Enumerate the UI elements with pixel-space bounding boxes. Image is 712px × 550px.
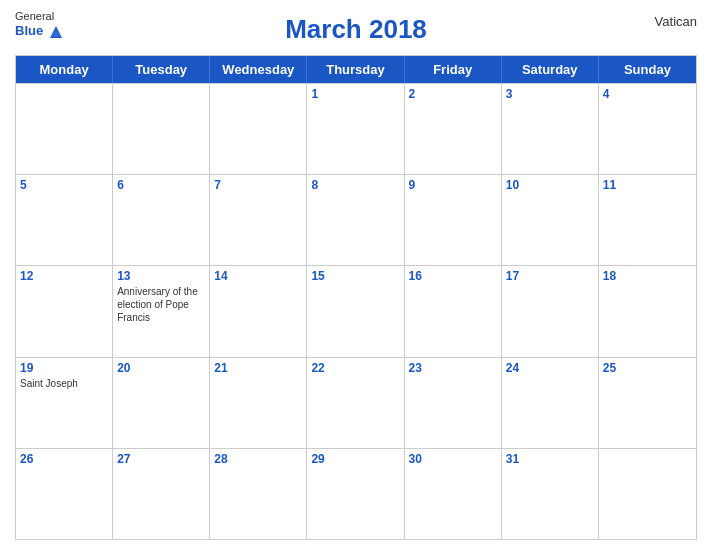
day-headers: MondayTuesdayWednesdayThursdayFridaySatu… — [16, 56, 696, 83]
day-cell: 2 — [405, 84, 502, 174]
day-number: 12 — [20, 269, 108, 283]
day-cell: 25 — [599, 358, 696, 448]
day-cell: 5 — [16, 175, 113, 265]
day-number: 18 — [603, 269, 692, 283]
week-row-5: 262728293031 — [16, 448, 696, 539]
day-cell: 10 — [502, 175, 599, 265]
day-cell — [16, 84, 113, 174]
day-cell — [599, 449, 696, 539]
day-cell: 8 — [307, 175, 404, 265]
day-number: 4 — [603, 87, 692, 101]
day-cell: 14 — [210, 266, 307, 356]
week-row-4: 19Saint Joseph202122232425 — [16, 357, 696, 448]
day-cell: 26 — [16, 449, 113, 539]
logo-blue-text: Blue — [15, 23, 64, 40]
day-cell — [210, 84, 307, 174]
day-number: 11 — [603, 178, 692, 192]
day-header-thursday: Thursday — [307, 56, 404, 83]
day-cell: 31 — [502, 449, 599, 539]
day-cell: 22 — [307, 358, 404, 448]
day-cell: 11 — [599, 175, 696, 265]
day-number: 24 — [506, 361, 594, 375]
day-number: 20 — [117, 361, 205, 375]
day-event: Saint Joseph — [20, 377, 108, 390]
day-header-tuesday: Tuesday — [113, 56, 210, 83]
day-cell: 19Saint Joseph — [16, 358, 113, 448]
day-number: 10 — [506, 178, 594, 192]
day-cell: 30 — [405, 449, 502, 539]
day-number: 6 — [117, 178, 205, 192]
country-label: Vatican — [655, 14, 697, 29]
day-number: 2 — [409, 87, 497, 101]
day-number: 21 — [214, 361, 302, 375]
logo-icon — [48, 24, 64, 40]
week-row-2: 567891011 — [16, 174, 696, 265]
day-header-wednesday: Wednesday — [210, 56, 307, 83]
day-cell: 17 — [502, 266, 599, 356]
day-cell: 3 — [502, 84, 599, 174]
day-header-monday: Monday — [16, 56, 113, 83]
day-cell: 6 — [113, 175, 210, 265]
week-row-1: 1234 — [16, 83, 696, 174]
day-number: 14 — [214, 269, 302, 283]
day-cell: 28 — [210, 449, 307, 539]
day-cell: 15 — [307, 266, 404, 356]
day-cell: 27 — [113, 449, 210, 539]
day-cell: 21 — [210, 358, 307, 448]
day-cell: 12 — [16, 266, 113, 356]
day-header-sunday: Sunday — [599, 56, 696, 83]
day-cell: 13Anniversary of the election of Pope Fr… — [113, 266, 210, 356]
day-number: 16 — [409, 269, 497, 283]
day-number: 8 — [311, 178, 399, 192]
day-cell: 24 — [502, 358, 599, 448]
day-number: 31 — [506, 452, 594, 466]
day-number: 9 — [409, 178, 497, 192]
day-number: 27 — [117, 452, 205, 466]
calendar-title: March 2018 — [285, 14, 427, 45]
day-number: 25 — [603, 361, 692, 375]
day-header-friday: Friday — [405, 56, 502, 83]
day-number: 30 — [409, 452, 497, 466]
day-cell: 16 — [405, 266, 502, 356]
day-number: 26 — [20, 452, 108, 466]
day-number: 17 — [506, 269, 594, 283]
day-cell: 20 — [113, 358, 210, 448]
day-number: 3 — [506, 87, 594, 101]
day-cell: 4 — [599, 84, 696, 174]
day-event: Anniversary of the election of Pope Fran… — [117, 285, 205, 324]
svg-marker-1 — [51, 28, 61, 37]
day-cell — [113, 84, 210, 174]
day-cell: 18 — [599, 266, 696, 356]
day-number: 15 — [311, 269, 399, 283]
day-cell: 9 — [405, 175, 502, 265]
week-row-3: 1213Anniversary of the election of Pope … — [16, 265, 696, 356]
day-cell: 23 — [405, 358, 502, 448]
day-number: 22 — [311, 361, 399, 375]
day-cell: 7 — [210, 175, 307, 265]
weeks-container: 12345678910111213Anniversary of the elec… — [16, 83, 696, 539]
logo: General Blue — [15, 10, 64, 40]
logo-general-text: General — [15, 10, 54, 23]
day-number: 7 — [214, 178, 302, 192]
calendar-grid: MondayTuesdayWednesdayThursdayFridaySatu… — [15, 55, 697, 540]
day-header-saturday: Saturday — [502, 56, 599, 83]
calendar-header: General Blue March 2018 Vatican — [15, 10, 697, 49]
day-number: 1 — [311, 87, 399, 101]
day-cell: 1 — [307, 84, 404, 174]
day-cell: 29 — [307, 449, 404, 539]
day-number: 28 — [214, 452, 302, 466]
day-number: 23 — [409, 361, 497, 375]
calendar-container: General Blue March 2018 Vatican MondayTu… — [0, 0, 712, 550]
day-number: 5 — [20, 178, 108, 192]
day-number: 13 — [117, 269, 205, 283]
day-number: 29 — [311, 452, 399, 466]
day-number: 19 — [20, 361, 108, 375]
